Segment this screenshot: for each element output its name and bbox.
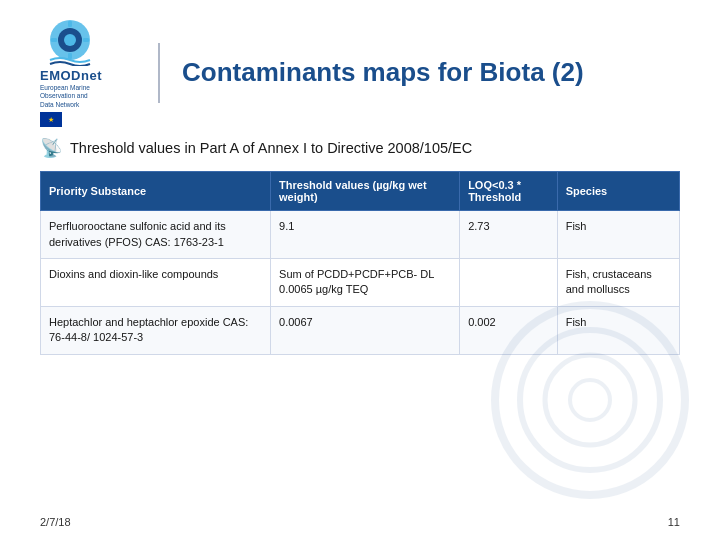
wifi-icon: 📡 [40, 137, 62, 159]
cell-substance: Dioxins and dioxin-like compounds [41, 259, 271, 307]
logo-emblem-icon [40, 18, 100, 66]
svg-point-2 [545, 355, 635, 445]
subtitle-row: 📡 Threshold values in Part A of Annex I … [0, 137, 720, 171]
cell-threshold: 9.1 [271, 211, 460, 259]
header-divider [158, 43, 160, 103]
logo-text: EMODnet [40, 68, 102, 83]
svg-rect-7 [68, 21, 72, 27]
svg-point-6 [64, 34, 76, 46]
cell-threshold: Sum of PCDD+PCDF+PCB- DL 0.0065 µg/kg TE… [271, 259, 460, 307]
cell-species: Fish, crustaceans and molluscs [557, 259, 679, 307]
cell-substance: Heptachlor and heptachlor epoxide CAS: 7… [41, 306, 271, 354]
cell-threshold: 0.0067 [271, 306, 460, 354]
col-header-threshold: Threshold values (µg/kg wet weight) [271, 172, 460, 211]
svg-rect-9 [51, 38, 57, 42]
subtitle-text: Threshold values in Part A of Annex I to… [70, 140, 472, 156]
col-header-loq: LOQ<0.3 * Threshold [460, 172, 558, 211]
cell-substance: Perfluorooctane sulfonic acid and its de… [41, 211, 271, 259]
svg-text:★: ★ [48, 116, 54, 123]
svg-point-3 [570, 380, 610, 420]
header: EMODnet European Marine Observation and … [0, 0, 720, 137]
footer-page-number: 11 [668, 516, 680, 528]
threshold-table: Priority Substance Threshold values (µg/… [40, 171, 680, 354]
table-row: Dioxins and dioxin-like compoundsSum of … [41, 259, 680, 307]
table-row: Heptachlor and heptachlor epoxide CAS: 7… [41, 306, 680, 354]
cell-loq [460, 259, 558, 307]
cell-loq: 0.002 [460, 306, 558, 354]
col-header-substance: Priority Substance [41, 172, 271, 211]
cell-species: Fish [557, 306, 679, 354]
page-title: Contaminants maps for Biota (2) [182, 58, 584, 88]
table-container: Priority Substance Threshold values (µg/… [40, 171, 680, 354]
footer: 2/7/18 11 [40, 516, 680, 528]
svg-rect-10 [83, 38, 89, 42]
cell-loq: 2.73 [460, 211, 558, 259]
col-header-species: Species [557, 172, 679, 211]
logo-area: EMODnet European Marine Observation and … [40, 18, 130, 127]
cell-species: Fish [557, 211, 679, 259]
logo-sub: European Marine Observation and Data Net… [40, 84, 90, 109]
table-header-row: Priority Substance Threshold values (µg/… [41, 172, 680, 211]
slide: EMODnet European Marine Observation and … [0, 0, 720, 540]
footer-date: 2/7/18 [40, 516, 71, 528]
table-row: Perfluorooctane sulfonic acid and its de… [41, 211, 680, 259]
eu-flag-icon: ★ [40, 112, 62, 127]
svg-rect-8 [68, 53, 72, 59]
